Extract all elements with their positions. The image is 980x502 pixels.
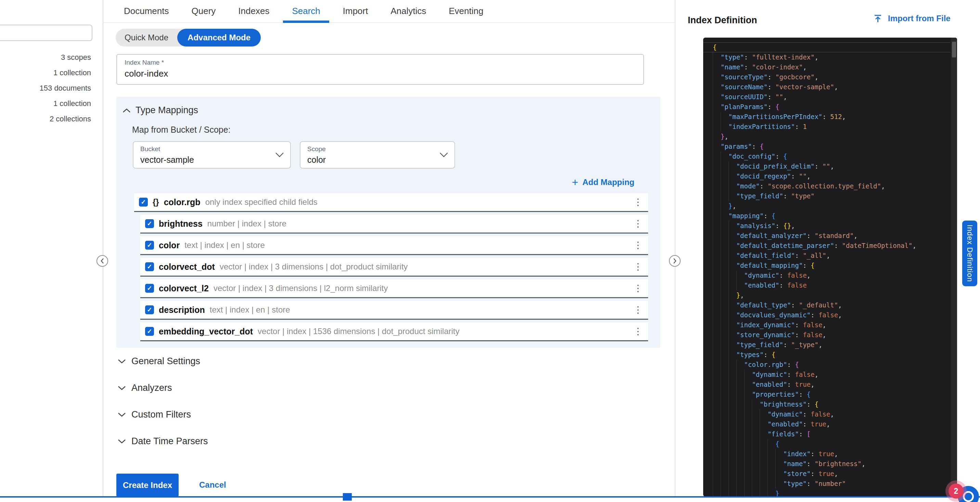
code-line: "default_datetime_parser": "dateTimeOpti…: [703, 241, 950, 251]
index-name-field[interactable]: Index Name * color-index: [116, 54, 644, 85]
kebab-menu-icon[interactable]: [633, 198, 643, 207]
scope-select-label: Scope: [307, 145, 326, 153]
code-line: "name": "color-index",: [703, 62, 950, 72]
bucket-select[interactable]: Bucket vector-sample: [133, 141, 291, 168]
kebab-menu-icon[interactable]: [633, 262, 643, 272]
checkbox-checked[interactable]: [145, 241, 154, 249]
kebab-menu-icon[interactable]: [633, 284, 643, 293]
code-line: {: [703, 439, 950, 449]
index-definition-side-tab[interactable]: Index Definition: [962, 221, 977, 286]
sidebar-search-input[interactable]: [0, 25, 92, 41]
code-line: },: [703, 132, 950, 141]
upload-icon: [873, 14, 883, 23]
chevron-left-icon: [100, 258, 104, 264]
tab-import[interactable]: Import: [343, 6, 368, 16]
code-line: "types": {: [703, 350, 950, 360]
code-line: "docid_prefix_delim": "",: [703, 161, 950, 171]
add-mapping-button[interactable]: + Add Mapping: [572, 178, 635, 187]
chevron-down-icon: [439, 152, 448, 158]
code-line: "mode": "scope.collection.type_field",: [703, 181, 950, 191]
scope-select-value: color: [307, 155, 326, 165]
field-name: description: [159, 305, 205, 315]
tab-indexes[interactable]: Indexes: [238, 6, 269, 16]
field-name: color.rgb: [164, 197, 200, 207]
code-line: "docid_regexp": "",: [703, 171, 950, 181]
import-from-file-label: Import from File: [888, 14, 951, 23]
checkbox-checked[interactable]: [145, 219, 154, 228]
field-name: brightness: [159, 219, 202, 229]
type-mappings-header[interactable]: Type Mappings: [123, 105, 198, 116]
code-line: "type_field": "type": [703, 191, 950, 201]
code-line: "name": "brightness",: [703, 459, 950, 469]
tab-analytics[interactable]: Analytics: [390, 6, 426, 16]
code-line: "planParams": {: [703, 102, 950, 112]
code-line: "index_dynamic": false,: [703, 320, 950, 330]
collapse-left-panel-button[interactable]: [97, 255, 108, 267]
advanced-mode-button[interactable]: Advanced Mode: [177, 29, 261, 46]
section-custom-filters[interactable]: Custom Filters: [118, 409, 191, 420]
kebab-menu-icon[interactable]: [633, 305, 643, 315]
quick-mode-button[interactable]: Quick Mode: [116, 33, 177, 42]
index-definition-title: Index Definition: [688, 15, 757, 25]
mode-toggle: Quick Mode Advanced Mode: [116, 29, 261, 46]
bucket-select-value: vector-sample: [140, 155, 194, 165]
code-line: "indexPartitions": 1: [703, 122, 950, 132]
kebab-menu-icon[interactable]: [633, 241, 643, 250]
left-panel-divider: [103, 0, 103, 496]
chevron-up-icon: [123, 108, 131, 113]
tab-query[interactable]: Query: [192, 6, 216, 16]
tab-documents[interactable]: Documents: [124, 6, 169, 16]
kebab-menu-icon[interactable]: [633, 327, 643, 336]
type-mappings-title: Type Mappings: [135, 105, 198, 116]
mapping-row-color: colortext | index | en | store: [140, 236, 648, 255]
field-name: color: [159, 240, 180, 250]
import-from-file-button[interactable]: Import from File: [873, 14, 951, 23]
code-line: "fields": [: [703, 429, 950, 439]
code-line: "sourceType": "gocbcore",: [703, 72, 950, 82]
field-details: number | index | store: [207, 219, 286, 229]
checkbox-checked[interactable]: [145, 327, 154, 336]
code-line: {: [703, 42, 950, 52]
code-line: "default_type": "_default",: [703, 300, 950, 310]
object-braces-icon: {}: [153, 197, 159, 207]
field-details: vector | index | 1536 dimensions | dot_p…: [258, 327, 460, 336]
expand-right-panel-button[interactable]: [669, 255, 681, 267]
section-analyzers[interactable]: Analyzers: [118, 383, 172, 393]
chevron-down-icon: [118, 412, 126, 417]
kebab-menu-icon[interactable]: [633, 219, 643, 229]
chevron-right-icon: [673, 258, 677, 264]
bucket-select-label: Bucket: [140, 145, 160, 153]
field-details: text | index | en | store: [210, 305, 290, 315]
code-line: "brightness": {: [703, 399, 950, 409]
code-line: "enabled": true,: [703, 380, 950, 389]
scope-select[interactable]: Scope color: [300, 141, 455, 168]
checkbox-checked[interactable]: [145, 284, 154, 293]
bucket-nav-tabs: DocumentsQueryIndexesSearchImportAnalyti…: [103, 0, 675, 23]
code-line: "analysis": {},: [703, 221, 950, 231]
code-line: "dynamic": false,: [703, 409, 950, 419]
mapping-row-colorvect-l2: colorvect_l2vector | index | 3 dimension…: [140, 280, 648, 298]
tab-search[interactable]: Search: [292, 6, 320, 16]
index-definition-editor[interactable]: { "type": "fulltext-index", "name": "col…: [703, 38, 957, 497]
code-line: },: [703, 290, 950, 300]
section-label: General Settings: [131, 356, 200, 367]
create-index-button[interactable]: Create Index: [116, 473, 179, 497]
index-name-value: color-index: [124, 68, 168, 79]
checkbox-checked[interactable]: [139, 198, 148, 207]
code-line: "dynamic": false,: [703, 270, 950, 280]
right-panel-divider: [675, 0, 675, 496]
splitter-drag-handle[interactable]: [343, 493, 352, 500]
editor-scrollbar[interactable]: [951, 38, 957, 497]
section-date-time-parsers[interactable]: Date Time Parsers: [118, 436, 208, 446]
checkbox-checked[interactable]: [145, 262, 154, 271]
checkbox-checked[interactable]: [145, 305, 154, 314]
code-line: "type": "fulltext-index",: [703, 52, 950, 62]
mapping-row-brightness: brightnessnumber | index | store: [140, 215, 648, 234]
cancel-link[interactable]: Cancel: [199, 480, 226, 490]
tab-eventing[interactable]: Eventing: [449, 6, 484, 16]
field-details: vector | index | 3 dimensions | dot_prod…: [220, 262, 408, 272]
section-general-settings[interactable]: General Settings: [118, 356, 200, 367]
code-line: "default_analyzer": "standard",: [703, 231, 950, 241]
mapping-rows: {}color.rgbonly index specified child fi…: [134, 193, 648, 344]
editor-scrollbar-thumb[interactable]: [952, 42, 956, 57]
